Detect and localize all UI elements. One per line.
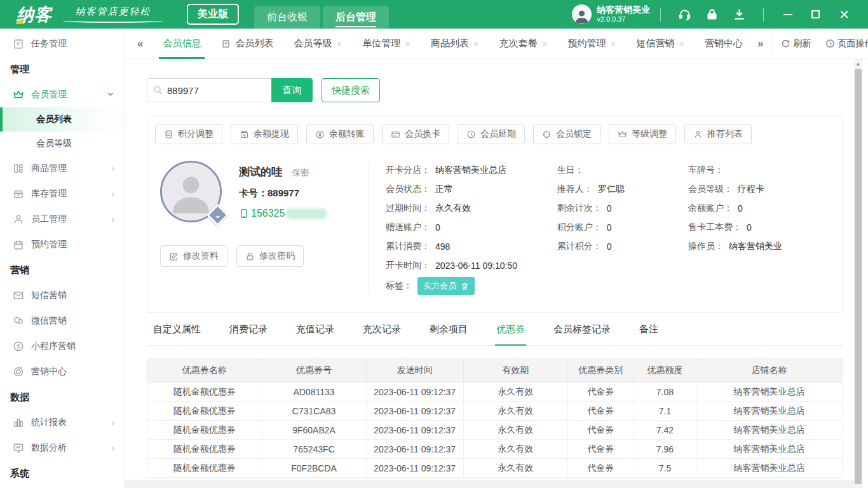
sidebar-item-member-list[interactable]: 会员列表 [0, 107, 125, 132]
record-tabs: 自定义属性 消费记录 充值记录 充次记录 剩余项目 优惠券 会员标签记录 备注 [147, 315, 843, 346]
tab-member-level[interactable]: 会员等级× [294, 29, 342, 59]
close-icon[interactable]: × [611, 39, 616, 48]
member-actions: 积分调整 余额提现 余额转账 会员换卡 [155, 124, 834, 144]
table-row[interactable]: 随机金额优惠券C731CA832023-06-11 09:12:37永久有效代金… [147, 402, 843, 421]
sidebar-label: 数据分析 [31, 442, 67, 454]
member-details: 开卡分店：纳客营销美业总店 会员状态：正常 过期时间：永久有效 赠送账户：0 累… [386, 161, 829, 297]
tab-unit-manage[interactable]: 单位管理× [362, 29, 410, 59]
tab-coupons[interactable]: 优惠券 [496, 315, 525, 345]
balance-withdraw-button[interactable]: 余额提现 [231, 124, 298, 144]
close-icon[interactable]: × [336, 39, 342, 48]
card-change-button[interactable]: 会员换卡 [382, 124, 449, 144]
points-adjust-button[interactable]: 积分调整 [155, 124, 222, 144]
quick-search-button[interactable]: 快捷搜索 [322, 78, 380, 102]
member-card-no: 卡号：889977 [239, 187, 327, 200]
chevron-right-icon: › [111, 443, 114, 453]
tabs-scroll-left-icon[interactable]: « [133, 37, 147, 50]
member-avatar[interactable]: ⌄ [160, 161, 222, 222]
lock-icon[interactable] [705, 8, 719, 21]
edit-password-button[interactable]: 修改密码 [236, 245, 304, 267]
customer-service-icon[interactable] [678, 8, 691, 21]
download-icon[interactable] [733, 8, 746, 21]
sidebar-item-staff-manage[interactable]: 员工管理 › [0, 207, 125, 232]
page-ops-button[interactable]: 页面操作 [825, 38, 868, 50]
close-icon[interactable]: × [405, 39, 410, 48]
tab-consume-records[interactable]: 消费记录 [229, 315, 268, 345]
tab-count-package[interactable]: 充次套餐× [499, 29, 548, 59]
refresh-button[interactable]: 刷新 [781, 38, 811, 50]
col-coupon-name: 优惠券名称 [147, 359, 262, 383]
user-name: 纳客营销美业 [597, 4, 650, 16]
tab-custom-attrs[interactable]: 自定义属性 [153, 315, 201, 345]
sidebar-label: 会员等级 [36, 138, 72, 149]
tab-appointment-manage[interactable]: 预约管理× [568, 29, 616, 59]
table-row[interactable]: 随机金额优惠券9F60AB2A2023-06-11 09:12:37永久有效代金… [147, 421, 843, 440]
nav-front-cashier[interactable]: 前台收银 [254, 6, 320, 29]
referral-list-button[interactable]: 推荐列表 [684, 124, 752, 144]
clipped-edge [125, 480, 859, 488]
scrollbar-thumb[interactable] [855, 69, 862, 484]
member-tag-badge[interactable]: 实力会员 [417, 277, 475, 295]
crown-icon [13, 89, 24, 100]
sidebar-item-sms-marketing[interactable]: 短信营销 [0, 283, 125, 308]
tab-sms-marketing[interactable]: 短信营销× [636, 29, 684, 59]
sidebar-item-inventory-manage[interactable]: 库存管理 › [0, 181, 125, 207]
close-icon[interactable]: × [473, 39, 479, 48]
nav-back-manage[interactable]: 后台管理 [323, 6, 389, 29]
member-lock-button[interactable]: 会员锁定 [533, 124, 600, 144]
scroll-up-icon[interactable]: ▲ [854, 59, 862, 68]
divider [763, 8, 764, 22]
table-row[interactable]: 随机金额优惠券F0F2BCDA2023-06-11 09:12:37永久有效代金… [147, 459, 843, 478]
tab-count-records[interactable]: 充次记录 [363, 315, 401, 345]
sidebar-label: 任务管理 [31, 38, 67, 50]
tab-recharge-records[interactable]: 充值记录 [296, 315, 334, 345]
close-button[interactable]: ✕ [839, 8, 850, 21]
close-icon[interactable]: × [679, 39, 684, 48]
sidebar-item-stats-report[interactable]: 统计报表 › [0, 410, 125, 435]
tab-remarks[interactable]: 备注 [639, 315, 658, 345]
sidebar-section-data: 数据 [0, 384, 125, 410]
sidebar-label: 预约管理 [31, 239, 67, 250]
tab-member-tag-records[interactable]: 会员标签记录 [553, 315, 611, 345]
table-row[interactable]: 随机金额优惠券AD0811332023-06-11 09:12:37永久有效代金… [147, 383, 843, 402]
table-row[interactable]: 随机金额优惠券765243FC2023-06-11 09:12:37永久有效代金… [147, 440, 843, 459]
col-validity: 有效期 [463, 359, 567, 383]
balance-transfer-button[interactable]: 余额转账 [306, 124, 374, 144]
sidebar-item-miniprogram-marketing[interactable]: 小程序营销 [0, 334, 125, 359]
vertical-scrollbar[interactable]: ▲ [854, 59, 862, 488]
sidebar: 任务管理 管理 会员管理 会员列表 会员等级 商品管理 › 库存管理 › 员工管… [0, 29, 125, 488]
sidebar-item-goods-manage[interactable]: 商品管理 › [0, 156, 125, 181]
sidebar-item-task-manage[interactable]: 任务管理 [0, 31, 125, 57]
clock-icon [825, 39, 835, 48]
coins-icon [164, 130, 173, 139]
close-icon[interactable]: × [542, 39, 548, 48]
divider [369, 163, 369, 294]
tab-member-info[interactable]: 会员信息 [163, 29, 201, 59]
col-amount: 优惠额度 [634, 359, 696, 383]
wechat-icon [13, 315, 24, 327]
tab-goods-list[interactable]: 商品列表× [431, 29, 479, 59]
user-avatar[interactable] [572, 4, 592, 24]
sidebar-item-data-analysis[interactable]: 数据分析 › [0, 435, 125, 461]
query-button[interactable]: 查询 [271, 78, 313, 102]
member-search-input[interactable] [167, 85, 262, 96]
sidebar-item-member-manage[interactable]: 会员管理 [0, 82, 125, 107]
app-slogan: 纳客管店更轻松 [62, 6, 164, 23]
member-delay-button[interactable]: 会员延期 [458, 124, 525, 144]
chevron-right-icon: › [111, 189, 114, 199]
tab-remaining-items[interactable]: 剩余项目 [430, 315, 468, 345]
edit-profile-button[interactable]: 修改资料 [160, 245, 227, 267]
sidebar-item-appointment-manage[interactable]: 预约管理 [0, 232, 125, 257]
minimize-button[interactable] [783, 14, 792, 15]
tabs-scroll-right-icon[interactable]: » [753, 37, 768, 50]
yuan-circle-icon [315, 130, 325, 139]
maximize-button[interactable] [811, 10, 820, 18]
level-adjust-button[interactable]: 等级调整 [609, 124, 676, 144]
tab-marketing-center[interactable]: 营销中心 [705, 29, 743, 59]
sidebar-item-wechat-marketing[interactable]: 微信营销 [0, 308, 125, 334]
sidebar-item-marketing-center[interactable]: 营销中心 [0, 359, 125, 384]
trash-icon [461, 282, 469, 290]
tab-member-list[interactable]: 会员列表 [221, 29, 273, 59]
sidebar-item-member-level[interactable]: 会员等级 [0, 132, 125, 156]
divider [660, 8, 661, 22]
